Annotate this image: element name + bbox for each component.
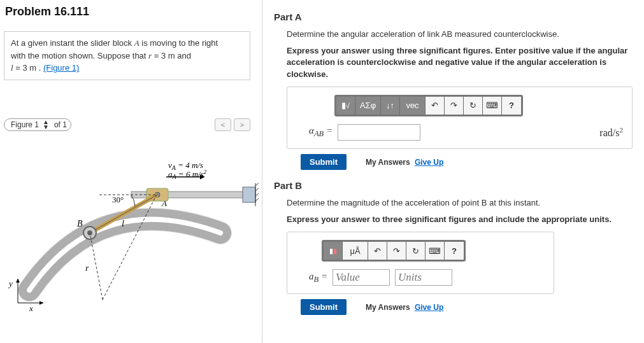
prompt-text: = 3 m (13, 63, 37, 73)
prompt-text: = 3 m (152, 51, 175, 60)
prompt-text: . (36, 63, 43, 73)
label-x: x (29, 304, 33, 313)
svg-rect-1 (243, 187, 255, 202)
prompt-text: with the motion shown. Suppose that (11, 51, 148, 60)
tb-template-icon[interactable]: ▮√ (336, 97, 355, 115)
formula-toolbar-a: ▮√ ΑΣφ ↓↑ vec ↶ ↷ ↻ ⌨ ? (334, 95, 523, 116)
part-b-answer-box: ▮▮ μÅ ↶ ↷ ↻ ⌨ ? aB = (287, 232, 554, 294)
part-a-submit-button[interactable]: Submit (301, 154, 347, 170)
figure-selector[interactable]: Figure 1 ▲▼ of 1 (4, 118, 71, 131)
svg-marker-19 (39, 301, 43, 305)
tb-template-icon[interactable]: ▮▮ (324, 242, 343, 260)
part-a-answer-box: ▮√ ΑΣφ ↓↑ vec ↶ ↷ ↻ ⌨ ? αAB = rad/s2 (287, 87, 633, 149)
tb-redo-icon[interactable]: ↷ (387, 242, 406, 260)
tb-greek-icon[interactable]: ΑΣφ (355, 97, 381, 115)
svg-line-6 (255, 197, 259, 201)
part-b-submit-button[interactable]: Submit (301, 299, 347, 315)
tb-reset-icon[interactable]: ↻ (464, 97, 483, 115)
figure-selector-label: Figure 1 (11, 120, 39, 129)
formula-toolbar-b: ▮▮ μÅ ↶ ↷ ↻ ⌨ ? (322, 240, 466, 262)
prompt-text: is moving to the right (140, 38, 218, 48)
tb-redo-icon[interactable]: ↷ (445, 97, 464, 115)
tb-help-icon[interactable]: ? (445, 242, 464, 260)
svg-line-3 (255, 182, 259, 186)
problem-prompt: At a given instant the slider block A is… (4, 31, 250, 80)
tb-undo-icon[interactable]: ↶ (368, 242, 387, 260)
updown-icon: ▲▼ (43, 120, 49, 130)
figure-image: 30° B A l r x y vA = 4 m/s aA = 6 m/s2 (4, 137, 254, 316)
angle-label: 30° (112, 195, 124, 204)
my-answers-label: My Answers (366, 158, 410, 167)
part-a-give-up-link[interactable]: Give Up (415, 158, 443, 167)
figure-of: of 1 (54, 120, 67, 129)
tb-keyboard-icon[interactable]: ⌨ (426, 242, 445, 260)
tb-subscript-icon[interactable]: ↓↑ (381, 97, 400, 115)
part-b-variable: aB = (309, 271, 327, 284)
svg-line-4 (255, 187, 259, 191)
part-b-instructions: Express your answer to three significant… (287, 214, 633, 225)
figure-next-button[interactable]: > (234, 118, 250, 131)
tb-reset-icon[interactable]: ↻ (406, 242, 426, 260)
tb-undo-icon[interactable]: ↶ (426, 97, 445, 115)
prompt-text: At a given instant the slider block (11, 38, 134, 48)
prompt-text: and (175, 51, 191, 60)
tb-keyboard-icon[interactable]: ⌨ (483, 97, 502, 115)
tb-vec-icon[interactable]: vec (400, 97, 426, 115)
part-a-text: Determine the angular acceleration of li… (287, 29, 633, 40)
part-b-units-input[interactable] (395, 269, 452, 286)
label-l: l (122, 219, 124, 228)
part-a-answer-input[interactable] (338, 124, 420, 141)
part-b-text: Determine the magnitude of the accelerat… (287, 197, 633, 209)
part-a-variable: αAB = (309, 125, 333, 139)
problem-title: Problem 16.111 (4, 5, 254, 18)
part-b-title: Part B (274, 180, 633, 191)
tb-units-icon[interactable]: μÅ (343, 242, 368, 260)
var-A: A (134, 38, 140, 48)
part-a-instructions: Express your answer using three signific… (287, 45, 633, 80)
tb-help-icon[interactable]: ? (502, 97, 521, 115)
svg-line-5 (255, 192, 259, 196)
part-a-text-span: Determine the angular acceleration of li… (287, 29, 559, 39)
label-y: y (8, 279, 13, 288)
label-A: A (161, 199, 167, 208)
svg-marker-21 (16, 279, 20, 283)
part-b-give-up-link[interactable]: Give Up (415, 303, 443, 312)
part-a-title: Part A (274, 11, 633, 22)
figure-prev-button[interactable]: < (215, 118, 231, 131)
figure-link[interactable]: (Figure 1) (43, 63, 79, 73)
part-b-value-input[interactable] (333, 269, 390, 286)
part-a-units: rad/s2 (599, 126, 623, 139)
label-r: r (85, 263, 89, 273)
label-B: B (77, 219, 83, 228)
my-answers-label: My Answers (366, 303, 410, 312)
